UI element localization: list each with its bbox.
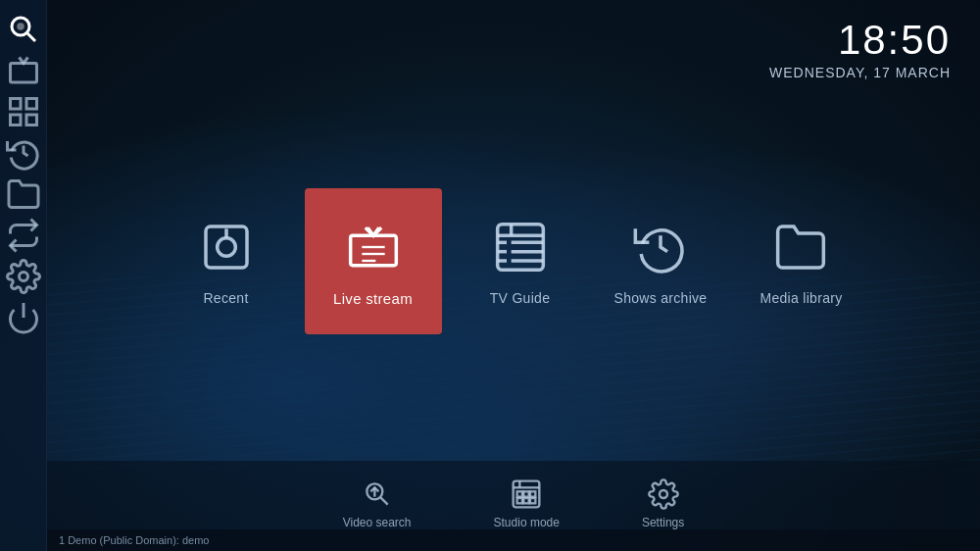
svg-rect-19: [497, 225, 543, 271]
menu-item-recent[interactable]: Recent: [168, 196, 285, 326]
svg-rect-38: [524, 498, 529, 503]
videosearch-icon: [362, 478, 393, 510]
medialibrary-label: Media library: [760, 290, 842, 306]
menu-area: Recent Live s: [47, 61, 980, 461]
status-text: 1 Demo (Public Domain): demo: [59, 534, 209, 546]
svg-point-11: [217, 238, 235, 257]
menu-items: Recent Live s: [168, 188, 860, 334]
sidebar-item-power[interactable]: [6, 300, 41, 335]
bottom-item-videosearch[interactable]: Video search: [331, 473, 423, 535]
studiomode-label: Studio mode: [494, 516, 560, 529]
svg-line-29: [380, 497, 387, 504]
svg-rect-36: [530, 491, 535, 496]
sidebar-item-switch[interactable]: [6, 218, 41, 253]
sidebar-item-folder[interactable]: [6, 176, 41, 212]
menu-item-tvguide[interactable]: TV Guide: [462, 196, 579, 326]
svg-line-1: [26, 33, 34, 41]
tvguide-label: TV Guide: [490, 290, 551, 306]
svg-point-8: [19, 273, 27, 281]
menu-item-showsarchive[interactable]: Shows archive: [599, 196, 723, 326]
svg-rect-37: [517, 498, 522, 503]
livestream-label: Live stream: [333, 290, 413, 307]
clock-time: 18:50: [838, 20, 951, 61]
showsarchive-icon: [629, 216, 692, 278]
sidebar-item-settings[interactable]: [6, 259, 41, 294]
sidebar-item-search[interactable]: [6, 12, 41, 47]
svg-rect-3: [10, 64, 36, 83]
svg-rect-5: [26, 99, 37, 110]
showsarchive-label: Shows archive: [614, 290, 708, 306]
menu-item-medialibrary[interactable]: Media library: [742, 196, 859, 326]
svg-rect-34: [517, 491, 522, 496]
status-bar: 1 Demo (Public Domain): demo: [47, 529, 980, 551]
svg-rect-35: [524, 491, 529, 496]
medialibrary-icon: [769, 216, 832, 278]
bottom-item-settings[interactable]: Settings: [630, 473, 696, 535]
svg-rect-4: [10, 99, 21, 110]
recent-icon: [195, 216, 258, 278]
svg-point-40: [660, 490, 667, 498]
svg-point-2: [17, 23, 24, 30]
main-content: 18:50 Wednesday, 17 March Recent: [47, 0, 980, 551]
recent-label: Recent: [203, 290, 248, 306]
sidebar-item-grid[interactable]: [6, 94, 41, 129]
studiomode-icon: [511, 478, 542, 510]
bottom-item-studiomode[interactable]: Studio mode: [482, 473, 571, 535]
sidebar: [0, 0, 47, 551]
livestream-icon: [342, 216, 405, 278]
sidebar-item-history[interactable]: [6, 135, 41, 171]
svg-rect-39: [530, 498, 535, 503]
sidebar-item-tv[interactable]: [6, 53, 41, 88]
settings-label: Settings: [642, 516, 684, 529]
videosearch-label: Video search: [343, 516, 412, 529]
svg-rect-6: [10, 115, 21, 125]
menu-item-livestream[interactable]: Live stream: [305, 188, 442, 334]
settings-icon: [648, 478, 679, 510]
tvguide-icon: [489, 216, 552, 278]
svg-rect-7: [26, 115, 37, 125]
